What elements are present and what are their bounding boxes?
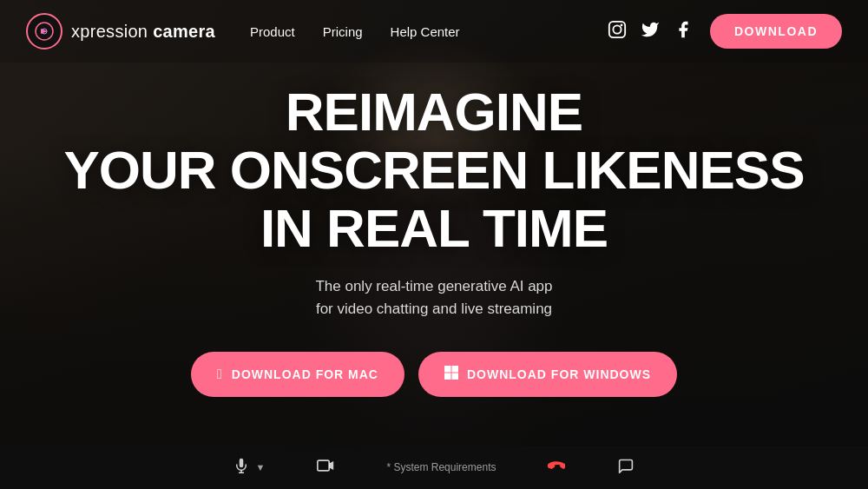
hero-title-line3: IN REAL TIME [260,198,608,258]
logo-text: xpression camera [71,22,215,42]
apple-icon:  [217,367,223,382]
end-call-control[interactable] [548,457,565,478]
hero-title-line2: YOUR ONSCREEN LIKENESS [63,140,804,200]
svg-rect-6 [451,366,458,373]
svg-rect-5 [444,366,451,373]
hero-title: REIMAGINE YOUR ONSCREEN LIKENESS IN REAL… [63,83,804,258]
twitter-icon[interactable] [641,20,660,43]
phone-icon [548,457,565,478]
logo-text-bold: camera [153,22,215,41]
nav-link-help-center[interactable]: Help Center [391,24,460,39]
logo-svg [34,21,55,42]
logo-icon [26,13,62,50]
download-windows-button[interactable]: DOWNLOAD FOR WINDOWS [418,352,677,397]
svg-rect-8 [451,373,458,380]
instagram-icon[interactable] [608,20,627,43]
system-requirements[interactable]: * System Requirements [386,461,496,473]
bottom-bar: ▼ * System Requirements [0,446,868,489]
nav-links: Product Pricing Help Center [250,24,460,39]
hero-subtitle: The only real-time generative AI app for… [315,275,552,321]
camera-icon [317,458,334,477]
navbar: xpression camera Product Pricing Help Ce… [0,0,868,63]
logo-area: xpression camera [26,13,215,50]
chat-icon [617,458,635,477]
hero-content: REIMAGINE YOUR ONSCREEN LIKENESS IN REAL… [0,0,868,446]
hero-section: xpression camera Product Pricing Help Ce… [0,0,868,489]
download-mac-label: DOWNLOAD FOR MAC [232,367,378,381]
hero-subtitle-line1: The only real-time generative AI app [315,278,552,294]
logo-text-regular: xpression [71,22,148,41]
nav-right: DOWNLOAD [608,14,842,49]
windows-icon [444,366,458,383]
hero-title-line1: REIMAGINE [286,82,582,142]
nav-download-button[interactable]: DOWNLOAD [710,14,842,49]
camera-control[interactable] [317,458,334,477]
svg-rect-2 [609,21,625,36]
nav-link-product[interactable]: Product [250,24,295,39]
hero-buttons:  DOWNLOAD FOR MAC DOWNLOAD FOR WINDOWS [191,352,677,397]
download-mac-button[interactable]:  DOWNLOAD FOR MAC [191,352,404,397]
mic-control[interactable]: ▼ [233,458,266,477]
svg-point-3 [613,25,621,33]
download-windows-label: DOWNLOAD FOR WINDOWS [467,367,651,381]
mic-dropdown-icon[interactable]: ▼ [256,462,266,472]
svg-rect-11 [318,460,329,471]
system-req-label: * System Requirements [386,461,496,473]
social-icons [608,20,693,43]
mic-icon [233,458,249,477]
hero-subtitle-line2: for video chatting and live streaming [316,301,552,317]
svg-rect-7 [444,373,451,380]
svg-point-4 [621,23,623,26]
chat-control[interactable] [617,458,635,477]
nav-link-pricing[interactable]: Pricing [323,24,363,39]
facebook-icon[interactable] [674,20,693,43]
